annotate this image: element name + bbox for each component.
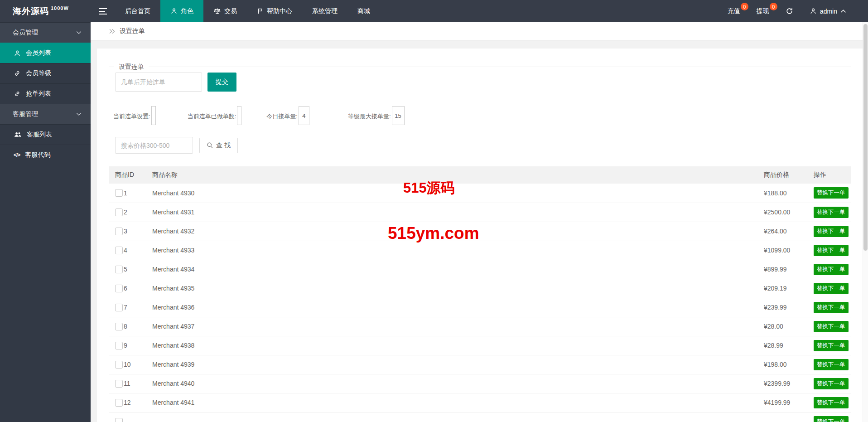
replace-next-order-button[interactable]: 替换下一单	[814, 302, 849, 313]
nav-label: 帮助中心	[267, 7, 292, 15]
stat-level-max-orders: 等级最大接单量: 15	[348, 106, 405, 125]
stat-today-orders-input[interactable]: 4	[299, 106, 309, 125]
users-icon	[14, 131, 22, 138]
stat-chain-orders-done-input[interactable]	[237, 106, 241, 125]
stat-label: 等级最大接单量:	[348, 112, 391, 125]
replace-next-order-button[interactable]: 替换下一单	[814, 340, 849, 351]
row-checkbox[interactable]	[115, 304, 123, 311]
logo-sup: 1000W	[51, 5, 69, 11]
replace-next-order-button[interactable]: 替换下一单	[814, 245, 849, 256]
product-id: 6	[124, 285, 127, 292]
header-product-name: 商品名称	[146, 166, 757, 184]
row-checkbox[interactable]	[115, 323, 123, 330]
table-row: 5 Merchant 4934 ¥899.99 替换下一单	[109, 260, 851, 279]
search-row: 查 找	[109, 137, 851, 154]
sidebar-item-member-level[interactable]: 会员等级	[0, 63, 91, 83]
user-menu[interactable]: admin	[801, 0, 854, 22]
product-name: Merchant 4941	[146, 393, 757, 412]
product-id: 1	[124, 189, 127, 197]
product-id: 8	[124, 323, 127, 330]
row-checkbox[interactable]	[115, 189, 123, 197]
nav-trade[interactable]: 交易	[203, 0, 247, 22]
product-id: 7	[124, 304, 127, 311]
table-row: 6 Merchant 4935 ¥209.19 替换下一单	[109, 279, 851, 298]
row-checkbox[interactable]	[115, 361, 123, 369]
topbar-right: 充值 0 提现 0 admin	[719, 0, 868, 22]
menu-toggle-icon[interactable]	[91, 0, 115, 22]
user-icon	[14, 49, 21, 57]
row-checkbox[interactable]	[115, 418, 123, 422]
row-checkbox[interactable]	[115, 247, 123, 254]
scrollbar-thumb[interactable]	[863, 24, 868, 251]
row-checkbox[interactable]	[115, 399, 123, 407]
sidebar-item-label: 抢单列表	[26, 90, 51, 98]
table-body: 1 Merchant 4930 ¥188.00 替换下一单 2 Merchant…	[109, 184, 851, 422]
nav-label: 商城	[357, 7, 370, 15]
product-id: 5	[124, 266, 127, 273]
product-price	[757, 412, 807, 422]
replace-next-order-button[interactable]: 替换下一单	[814, 226, 849, 237]
refresh-icon	[786, 7, 793, 15]
row-checkbox[interactable]	[115, 266, 123, 273]
row-checkbox[interactable]	[115, 209, 123, 216]
stat-label: 当前连单已做单数:	[188, 112, 236, 125]
nav-label: 交易	[224, 7, 237, 15]
stat-current-chain-setting-input[interactable]	[151, 106, 156, 125]
stat-today-orders: 今日接单量: 4	[266, 106, 309, 125]
user-icon	[170, 7, 178, 15]
sidebar-item-service-list[interactable]: 客服列表	[0, 124, 91, 145]
sidebar-item-service-code[interactable]: </> 客服代码	[0, 145, 91, 165]
replace-next-order-button[interactable]: 替换下一单	[814, 283, 849, 294]
nav-help-center[interactable]: 帮助中心	[247, 0, 302, 22]
product-name	[146, 412, 757, 422]
replace-next-order-button[interactable]: 替换下一单	[814, 397, 849, 408]
replace-next-order-button[interactable]: 替换下一单	[814, 321, 849, 332]
stat-current-chain-setting: 当前连单设置:	[113, 106, 156, 125]
search-button[interactable]: 查 找	[199, 138, 238, 153]
replace-next-order-button[interactable]: 替换下一单	[814, 207, 849, 218]
product-price: ¥4199.99	[757, 393, 807, 412]
replace-next-order-button[interactable]: 替换下一单	[814, 378, 849, 389]
link-icon	[14, 90, 21, 97]
refresh-button[interactable]	[777, 0, 801, 22]
product-name: Merchant 4930	[146, 184, 757, 203]
product-price: ¥264.00	[757, 222, 807, 241]
chain-order-input[interactable]	[115, 73, 202, 92]
chevron-down-icon	[76, 112, 82, 116]
row-checkbox[interactable]	[115, 228, 123, 235]
fieldset-divider: 设置连单	[109, 67, 851, 67]
product-id: 10	[124, 361, 131, 368]
sidebar-item-label: 会员等级	[26, 69, 51, 78]
breadcrumb: 设置连单	[91, 22, 863, 41]
nav-dashboard[interactable]: 后台首页	[115, 0, 160, 22]
stat-level-max-orders-input[interactable]: 15	[392, 106, 405, 125]
search-icon	[207, 142, 213, 149]
price-search-input[interactable]	[115, 137, 193, 154]
chain-order-form: 提交	[109, 73, 851, 92]
product-name: Merchant 4937	[146, 317, 757, 336]
replace-next-order-button[interactable]: 替换下一单	[814, 187, 849, 199]
recharge-button[interactable]: 充值 0	[719, 0, 748, 22]
nav-roles[interactable]: 角色	[160, 0, 203, 22]
sidebar-item-grab-order-list[interactable]: 抢单列表	[0, 83, 91, 104]
sidebar-item-member-list[interactable]: 会员列表	[0, 43, 91, 63]
chevron-down-icon	[76, 31, 82, 34]
submit-button[interactable]: 提交	[207, 73, 236, 92]
app-logo[interactable]: 海外源码1000W	[0, 0, 91, 22]
row-checkbox[interactable]	[115, 380, 123, 388]
product-price: ¥1099.00	[757, 241, 807, 260]
withdraw-button[interactable]: 提现 0	[748, 0, 777, 22]
nav-mall[interactable]: 商城	[347, 0, 380, 22]
product-price: ¥2399.99	[757, 374, 807, 393]
sidebar-group-member-management[interactable]: 会员管理	[0, 22, 91, 43]
nav-system[interactable]: 系统管理	[302, 0, 347, 22]
row-checkbox[interactable]	[115, 342, 123, 349]
replace-next-order-button[interactable]: 替换下一单	[814, 359, 849, 370]
replace-next-order-button[interactable]: 替换下一单	[814, 264, 849, 275]
row-checkbox[interactable]	[115, 285, 123, 292]
product-id: 11	[124, 380, 130, 387]
replace-next-order-button[interactable]: 替换下一单	[814, 416, 849, 422]
product-name: Merchant 4931	[146, 203, 757, 222]
content-card: 设置连单 提交 当前连单设置: 当前连单已做单数: 今日接单量: 4 等级最大接…	[97, 49, 863, 422]
sidebar-group-service-management[interactable]: 客服管理	[0, 104, 91, 124]
